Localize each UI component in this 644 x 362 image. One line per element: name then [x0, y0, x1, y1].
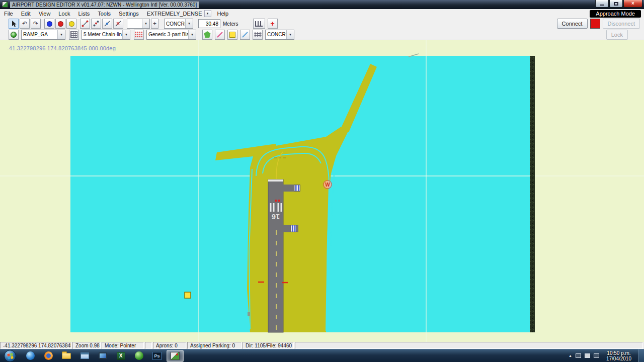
diagonal-line-button[interactable]	[240, 30, 250, 40]
connect-button[interactable]: Connect	[557, 19, 588, 29]
windsock-marker[interactable]: W	[324, 180, 332, 189]
fence-tool-button[interactable]	[253, 30, 263, 40]
tray-network-icon[interactable]	[594, 353, 599, 358]
tray-monitor-icon[interactable]	[576, 353, 581, 358]
small-edge-object[interactable]	[248, 312, 250, 316]
comb-icon	[255, 21, 263, 27]
menu-help[interactable]: Help	[213, 11, 233, 17]
delete-point-tool-button[interactable]	[113, 19, 123, 29]
draw-line-button[interactable]	[215, 30, 225, 40]
taskbar-icon-excel[interactable]: X	[112, 350, 129, 362]
status-assigned-parking: Assigned Parking: 0	[187, 342, 242, 349]
green-app-icon	[135, 351, 143, 360]
blast-fence-dropdown[interactable]: Generic 3-part Blast Fence▾	[146, 30, 196, 40]
polygon-tool-button[interactable]	[202, 30, 212, 40]
chevron-down-icon[interactable]: ▾	[204, 10, 211, 17]
runway-red-mark-2	[278, 200, 280, 202]
system-tray: ▲ 10:50 p.m. 17/04/2010	[569, 349, 644, 362]
menu-view[interactable]: View	[35, 11, 55, 17]
lock-button[interactable]: Lock	[606, 30, 628, 40]
photoshop-icon: Ps	[152, 352, 162, 360]
start-button[interactable]	[4, 350, 16, 362]
chevron-down-icon: ▾	[122, 30, 130, 39]
blue-node-button[interactable]	[44, 19, 54, 29]
taskbar-icon-explorer[interactable]	[76, 350, 93, 362]
runway-red-mark-1	[275, 200, 277, 202]
map-canvas[interactable]: -41.322798296 174.820763845 000.00deg	[0, 40, 644, 342]
taskbar-icon-photoshop[interactable]: Ps	[148, 350, 166, 362]
yellow-handle-marker[interactable]	[185, 292, 191, 298]
menu-lists[interactable]: Lists	[74, 11, 94, 17]
density-dropdown[interactable]: EXTREMELY_DENSE ▾	[145, 10, 211, 17]
chevron-down-icon: ▾	[142, 19, 149, 28]
show-desktop-button[interactable]	[638, 349, 644, 362]
profile-button[interactable]	[253, 19, 265, 29]
runway[interactable]: 16	[268, 179, 283, 332]
taskbar-icon-media-player[interactable]	[94, 350, 111, 362]
green-ring-icon	[11, 32, 17, 38]
stop-button[interactable]	[590, 19, 600, 29]
firefox-icon	[44, 351, 53, 360]
move-vertex-tool-button[interactable]	[91, 19, 101, 29]
approach-mode-badge: Approach Mode	[590, 10, 641, 18]
taskbar-icon-ade-active[interactable]	[167, 350, 184, 362]
window-titlebar[interactable]: AIRPORT DESIGN EDITOR X v01.47.07: NZWN …	[0, 0, 644, 9]
airport-map[interactable]: 16 W	[0, 40, 644, 342]
surface-type-dropdown-2[interactable]: CONCRETE▾	[265, 30, 294, 40]
fence-type-dropdown[interactable]: 5 Meter Chain-link with be▾	[82, 30, 130, 40]
yellow-node-button[interactable]	[66, 19, 76, 29]
add-vertex-tool-button[interactable]	[80, 19, 90, 29]
red-dot-icon	[58, 21, 63, 27]
menu-tools[interactable]: Tools	[94, 11, 115, 17]
redo-button[interactable]: ↷	[31, 19, 41, 29]
status-aprons: Aprons: 0	[153, 342, 186, 349]
menu-file[interactable]: File	[0, 11, 17, 17]
menu-lock[interactable]: Lock	[54, 11, 74, 17]
add-cross-button[interactable]: +	[268, 19, 278, 29]
taskbar-clock[interactable]: 10:50 p.m. 17/04/2010	[603, 350, 635, 361]
red-plus-icon: +	[270, 21, 274, 27]
globe-icon	[26, 351, 35, 360]
taskbar-icon-flightsim[interactable]	[130, 350, 147, 362]
green-polygon-icon	[204, 31, 211, 38]
windsock-label: W	[325, 182, 330, 188]
hidden-icons-chevron[interactable]: ▲	[569, 354, 572, 357]
blast-pattern-button[interactable]	[134, 30, 144, 40]
taskbar-icon-folder[interactable]	[58, 350, 75, 362]
tray-volume-icon[interactable]	[585, 353, 590, 358]
start-point-button[interactable]	[9, 30, 19, 40]
red-node-button[interactable]	[55, 19, 65, 29]
blue-dot-icon	[47, 21, 52, 27]
menu-settings[interactable]: Settings	[115, 11, 143, 17]
line-node-icon	[82, 20, 89, 27]
taskbar-icon-browser[interactable]	[22, 350, 39, 362]
cursor-icon	[11, 20, 17, 27]
width-input[interactable]	[198, 19, 220, 28]
taskbar: X Ps ▲ 10:50 p.m. 17/04/2010	[0, 349, 644, 362]
yellow-rect-button[interactable]	[227, 30, 237, 40]
terrain-strip	[530, 56, 535, 332]
status-filler	[295, 342, 643, 349]
folder-icon	[62, 353, 71, 359]
menu-edit[interactable]: Edit	[17, 11, 35, 17]
undo-button[interactable]: ↶	[20, 19, 30, 29]
red-dots-icon	[135, 31, 143, 38]
insert-point-tool-button[interactable]	[102, 19, 112, 29]
cursor-coords-readout: -41.322798296 174.820763845 000.00deg	[7, 45, 116, 51]
pointer-tool-button[interactable]	[9, 19, 19, 29]
add-style-button[interactable]: +	[151, 19, 158, 29]
line-style-dropdown[interactable]: ▾	[127, 19, 150, 29]
taskbar-icon-firefox[interactable]	[40, 350, 57, 362]
menu-bar: File Edit View Lock Lists Tools Settings…	[0, 9, 644, 18]
maximize-button[interactable]	[609, 0, 623, 8]
disconnect-button[interactable]: Disconnect	[603, 19, 640, 29]
ramp-type-dropdown[interactable]: RAMP_GA▾	[21, 30, 65, 40]
grid-button[interactable]	[69, 30, 79, 40]
close-button[interactable]: ×	[623, 0, 642, 8]
status-bar: -41.322798296 174.820763845 Zoom 0.98 Mo…	[0, 342, 644, 349]
status-zoom: Zoom 0.98	[72, 342, 101, 349]
blue-line-icon	[242, 31, 249, 38]
runway-threshold-bar	[268, 179, 283, 182]
minimize-button[interactable]	[595, 0, 609, 8]
surface-type-dropdown[interactable]: CONCRETE▾	[164, 19, 193, 29]
